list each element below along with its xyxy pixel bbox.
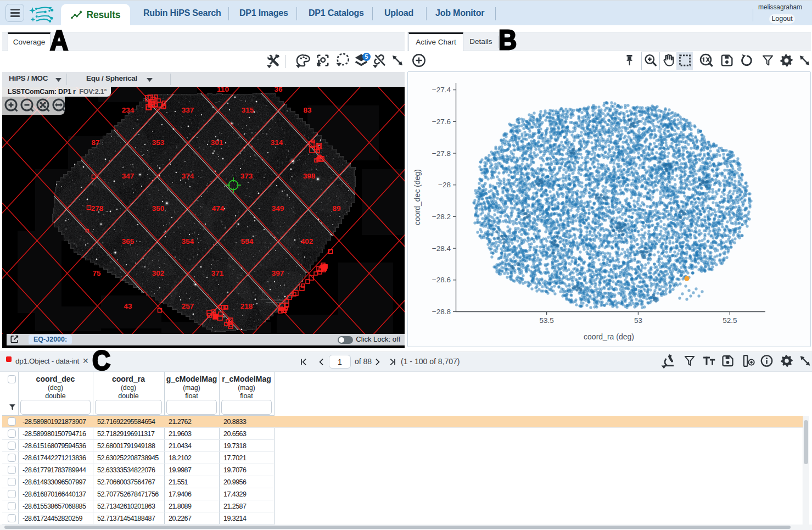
svg-text:234: 234 xyxy=(122,106,135,114)
svg-text:373: 373 xyxy=(240,172,253,180)
svg-text:53: 53 xyxy=(634,316,642,325)
svg-text:36: 36 xyxy=(274,87,283,93)
svg-text:374: 374 xyxy=(182,172,194,180)
svg-text:398: 398 xyxy=(303,172,316,180)
svg-text:53.5: 53.5 xyxy=(540,316,554,325)
svg-text:402: 402 xyxy=(301,237,313,246)
svg-text:314: 314 xyxy=(271,138,283,147)
svg-text:337: 337 xyxy=(182,106,194,114)
svg-text:83: 83 xyxy=(303,106,312,114)
svg-text:353: 353 xyxy=(152,138,165,147)
svg-text:43: 43 xyxy=(124,302,132,310)
svg-text:−28.4: −28.4 xyxy=(432,244,451,253)
svg-text:−27.6: −27.6 xyxy=(432,118,451,126)
svg-text:302: 302 xyxy=(152,269,165,277)
svg-text:315: 315 xyxy=(242,106,254,114)
svg-text:coord_ra (deg): coord_ra (deg) xyxy=(584,332,634,341)
svg-text:110: 110 xyxy=(217,87,229,93)
svg-text:−27.4: −27.4 xyxy=(432,86,451,94)
svg-text:52.5: 52.5 xyxy=(723,316,737,325)
svg-text:350: 350 xyxy=(152,204,165,213)
svg-text:coord_dec (deg): coord_dec (deg) xyxy=(413,169,422,225)
svg-text:−28.6: −28.6 xyxy=(432,276,451,284)
svg-text:397: 397 xyxy=(272,269,284,277)
svg-text:218: 218 xyxy=(240,302,253,310)
svg-text:−28.2: −28.2 xyxy=(432,213,451,221)
svg-text:257: 257 xyxy=(182,302,194,310)
svg-text:354: 354 xyxy=(182,237,194,246)
svg-text:349: 349 xyxy=(272,204,284,213)
svg-text:365: 365 xyxy=(122,237,135,246)
svg-text:−28: −28 xyxy=(438,181,451,189)
svg-text:301: 301 xyxy=(211,138,223,147)
svg-text:−27.8: −27.8 xyxy=(432,149,451,158)
svg-text:87: 87 xyxy=(91,138,99,147)
svg-text:278: 278 xyxy=(91,204,104,213)
svg-text:−28.8: −28.8 xyxy=(432,308,451,316)
svg-text:347: 347 xyxy=(122,172,135,180)
svg-text:474: 474 xyxy=(212,204,225,213)
svg-text:371: 371 xyxy=(211,269,224,277)
svg-text:554: 554 xyxy=(241,237,254,246)
svg-text:89: 89 xyxy=(332,204,340,213)
svg-text:75: 75 xyxy=(92,269,101,277)
